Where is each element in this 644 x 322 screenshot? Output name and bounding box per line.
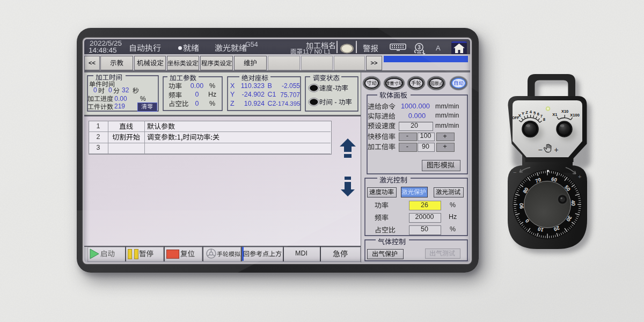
svg-text:+: + <box>554 145 558 154</box>
svg-text:X100: X100 <box>570 113 580 118</box>
svg-text:90: 90 <box>518 203 525 209</box>
svg-text:6: 6 <box>537 112 539 116</box>
svg-text:Y: Y <box>522 111 524 116</box>
svg-text:40: 40 <box>570 200 577 206</box>
svg-text:−: − <box>538 145 542 154</box>
svg-text:5: 5 <box>533 111 536 115</box>
svg-text:8: 8 <box>543 117 545 122</box>
svg-text:Z: Z <box>525 110 528 115</box>
svg-text:X: X <box>518 113 521 118</box>
svg-text:7: 7 <box>540 114 543 119</box>
svg-text:+: + <box>578 173 581 180</box>
svg-text:X10: X10 <box>561 109 568 114</box>
svg-text:X1: X1 <box>552 112 557 117</box>
svg-text:−: − <box>513 169 516 175</box>
